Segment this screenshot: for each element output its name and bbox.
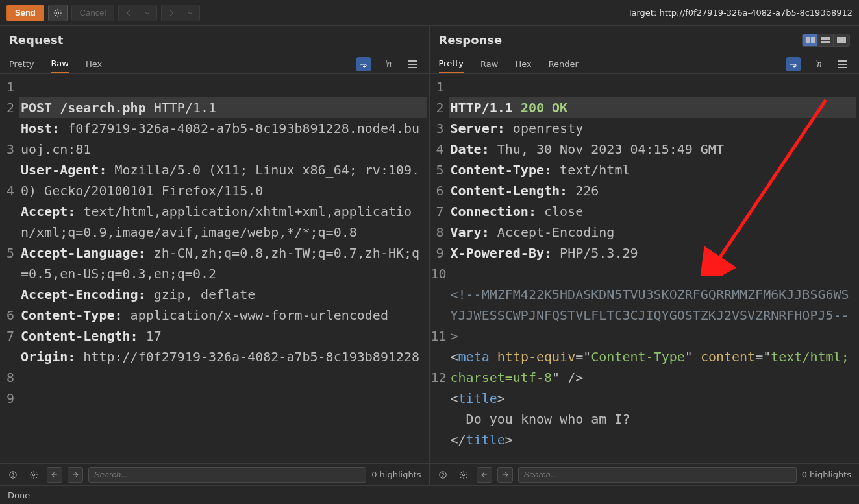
status-bar: Done xyxy=(0,486,859,504)
response-editor[interactable]: 1 2 3 4 5 6 7 8 9 10 11 12 HTTP/1.1 200 … xyxy=(430,74,860,463)
response-line xyxy=(449,263,857,284)
response-pane: Response Pretty Raw Hex Render \n 1 xyxy=(430,26,860,485)
response-prev-match-button[interactable] xyxy=(477,467,492,483)
line-number: 3 xyxy=(431,118,444,139)
line-number: 9 xyxy=(1,388,14,429)
chevron-right-icon xyxy=(167,8,176,18)
send-button[interactable]: Send xyxy=(6,5,44,21)
help-icon xyxy=(8,470,18,479)
line-number: 10 xyxy=(431,263,444,326)
history-back-group xyxy=(118,5,157,21)
history-forward-button[interactable] xyxy=(161,5,181,21)
svg-point-8 xyxy=(462,474,465,476)
layout-stack-button[interactable] xyxy=(818,34,834,46)
response-line: <title> Do you know who am I? </title> xyxy=(449,388,857,450)
split-view: Request Pretty Raw Hex \n 1 2 3 4 5 6 7 xyxy=(0,26,859,486)
settings-button[interactable] xyxy=(48,5,68,21)
response-line: Connection: close xyxy=(449,201,857,222)
request-title: Request xyxy=(9,33,420,47)
layout-split-button[interactable] xyxy=(803,34,818,46)
response-line: Vary: Accept-Encoding xyxy=(449,222,857,243)
line-number: 8 xyxy=(1,367,14,388)
request-line: Content-Length: 17 xyxy=(19,326,427,346)
request-actions-newline-toggle[interactable]: \n xyxy=(381,57,395,71)
response-settings-button[interactable] xyxy=(456,467,471,483)
line-number: 2 xyxy=(431,97,444,118)
response-code[interactable]: HTTP/1.1 200 OKServer: openrestyDate: Th… xyxy=(448,74,860,463)
line-number: 8 xyxy=(431,222,444,243)
response-header: Response xyxy=(430,26,860,54)
response-tab-pretty[interactable]: Pretty xyxy=(439,54,464,73)
line-number: 11 xyxy=(431,326,444,367)
request-line: Accept-Language: zh-CN,zh;q=0.8,zh-TW;q=… xyxy=(19,243,427,284)
gear-icon xyxy=(29,470,38,479)
response-line: X-Powered-By: PHP/5.3.29 xyxy=(449,243,857,263)
request-settings-button[interactable] xyxy=(26,467,42,483)
line-number: 2 xyxy=(1,97,14,139)
request-actions-wrap-toggle[interactable] xyxy=(356,57,371,71)
request-next-match-button[interactable] xyxy=(68,467,83,483)
request-line: Accept-Encoding: gzip, deflate xyxy=(19,284,427,305)
response-tab-render[interactable]: Render xyxy=(549,54,579,73)
request-tab-hex[interactable]: Hex xyxy=(86,54,102,73)
cancel-button[interactable]: Cancel xyxy=(71,5,114,21)
response-help-button[interactable] xyxy=(435,467,451,483)
line-number: 9 xyxy=(431,243,444,263)
line-number: 7 xyxy=(431,201,444,222)
request-line: POST /search.php HTTP/1.1 xyxy=(19,97,427,118)
request-header: Request xyxy=(0,26,429,54)
request-line: User-Agent: Mozilla/5.0 (X11; Linux x86_… xyxy=(19,160,427,201)
hamburger-icon xyxy=(408,60,417,68)
chevron-down-icon xyxy=(186,8,195,18)
line-number: 5 xyxy=(1,243,14,305)
request-code[interactable]: POST /search.php HTTP/1.1Host: f0f27919-… xyxy=(18,74,429,463)
svg-point-0 xyxy=(56,12,59,14)
request-actions-menu[interactable] xyxy=(406,57,420,71)
response-line: Server: openresty xyxy=(449,118,857,139)
response-line: Content-Length: 226 xyxy=(449,180,857,201)
response-highlights-label: 0 highlights xyxy=(802,470,854,479)
target-label: Target: xyxy=(628,8,660,18)
arrow-right-icon xyxy=(71,470,80,479)
request-footer: 0 highlights xyxy=(0,463,429,485)
newline-icon: \n xyxy=(816,59,821,69)
layout-single-button[interactable] xyxy=(834,34,849,46)
wrap-icon xyxy=(359,60,368,69)
request-tab-raw[interactable]: Raw xyxy=(51,54,69,73)
response-gutter: 1 2 3 4 5 6 7 8 9 10 11 12 xyxy=(430,74,448,463)
history-forward-menu[interactable] xyxy=(181,5,200,21)
request-pane: Request Pretty Raw Hex \n 1 2 3 4 5 6 7 xyxy=(0,26,430,485)
newline-icon: \n xyxy=(386,59,390,69)
arrow-right-icon xyxy=(501,470,510,479)
response-line: HTTP/1.1 200 OK xyxy=(449,97,857,118)
response-tab-raw[interactable]: Raw xyxy=(480,54,498,73)
response-actions-wrap-toggle[interactable] xyxy=(786,57,801,71)
request-tab-pretty[interactable]: Pretty xyxy=(9,54,34,73)
request-editor[interactable]: 1 2 3 4 5 6 7 8 9 POST /search.php HTTP/… xyxy=(0,74,429,463)
line-number: 1 xyxy=(1,77,14,97)
line-number: 4 xyxy=(1,180,14,243)
request-help-button[interactable] xyxy=(5,467,21,483)
response-actions-newline-toggle[interactable]: \n xyxy=(811,57,825,71)
line-number: 3 xyxy=(1,139,14,180)
request-gutter: 1 2 3 4 5 6 7 8 9 xyxy=(0,74,18,463)
response-actions-menu[interactable] xyxy=(836,57,850,71)
line-number: 7 xyxy=(1,326,14,367)
line-number: 6 xyxy=(431,180,444,201)
line-number: 4 xyxy=(431,139,444,160)
history-back-menu[interactable] xyxy=(138,5,157,21)
help-icon xyxy=(438,470,447,479)
response-footer: 0 highlights xyxy=(430,463,860,485)
history-back-button[interactable] xyxy=(118,5,138,21)
request-search-input[interactable] xyxy=(88,467,366,483)
request-tabs: Pretty Raw Hex \n xyxy=(0,54,429,74)
hamburger-icon xyxy=(838,60,847,68)
layout-switch xyxy=(802,34,850,47)
request-prev-match-button[interactable] xyxy=(47,467,62,483)
response-search-input[interactable] xyxy=(518,467,797,483)
line-number: 5 xyxy=(431,160,444,180)
response-next-match-button[interactable] xyxy=(497,467,513,483)
response-tab-hex[interactable]: Hex xyxy=(515,54,531,73)
arrow-left-icon xyxy=(480,470,489,479)
status-text: Done xyxy=(8,490,30,500)
